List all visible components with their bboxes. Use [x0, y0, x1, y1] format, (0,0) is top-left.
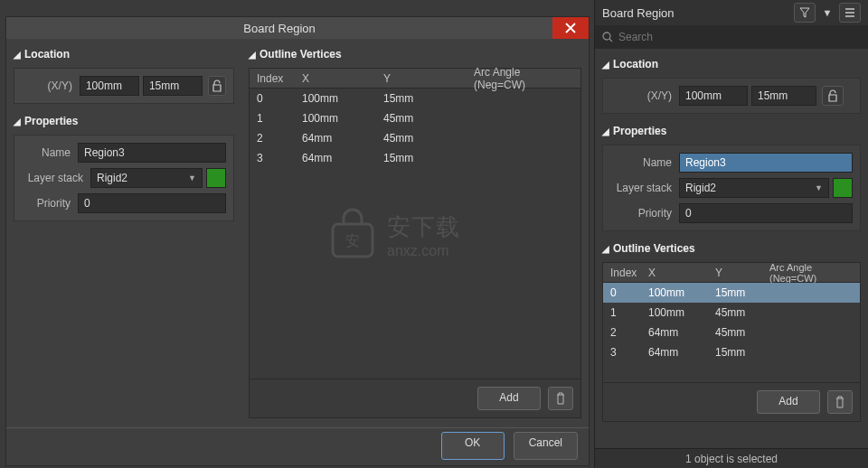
cell-index: 0 — [603, 286, 641, 299]
panel-delete-vertex-button[interactable] — [827, 390, 853, 414]
panel-body: ◢ Location (X/Y) ◢ Properties Name L — [595, 49, 868, 448]
cell-y: 15mm — [376, 152, 467, 164]
panel-name-input[interactable] — [679, 153, 853, 173]
dialog-area: Board Region ◢ Location (X/Y) — [0, 0, 594, 468]
table-row[interactable]: 264mm45mm — [603, 323, 860, 342]
col-arc[interactable]: Arc Angle (Neg=CW) — [467, 66, 580, 91]
table-header-row: Index X Y Arc Angle (Neg=CW) — [250, 69, 580, 89]
panel-menu-button[interactable] — [839, 3, 861, 23]
menu-icon — [844, 7, 855, 18]
panel-priority-input[interactable] — [679, 203, 853, 223]
collapse-icon: ◢ — [14, 50, 21, 60]
unlock-icon — [827, 89, 838, 102]
panel-caret[interactable]: ▼ — [821, 3, 834, 23]
cell-x: 64mm — [641, 326, 708, 339]
panel-lock-button[interactable] — [822, 86, 844, 106]
cell-y: 15mm — [376, 92, 467, 105]
panel-location-header[interactable]: ◢ Location — [602, 58, 861, 70]
panel-table-body: 0100mm15mm1100mm45mm264mm45mm364mm15mm — [603, 283, 860, 362]
search-input[interactable] — [618, 31, 861, 43]
cell-x: 100mm — [641, 306, 708, 319]
properties-panel: Board Region ▼ ◢ Location (X/Y) — [594, 0, 868, 468]
layer-stack-value: Rigid2 — [97, 172, 127, 184]
table-row[interactable]: 1100mm45mm — [603, 303, 860, 323]
panel-col-index[interactable]: Index — [603, 267, 641, 279]
panel-col-y[interactable]: Y — [708, 267, 762, 279]
location-header[interactable]: ◢ Location — [14, 48, 234, 61]
cell-index: 1 — [603, 306, 641, 319]
add-vertex-button[interactable]: Add — [477, 387, 541, 410]
dialog-left-column: ◢ Location (X/Y) ◢ Properties — [6, 39, 241, 427]
dialog-titlebar: Board Region — [6, 17, 589, 39]
collapse-icon: ◢ — [602, 244, 609, 254]
panel-outline-header[interactable]: ◢ Outline Vertices — [602, 242, 861, 255]
cell-x: 64mm — [295, 152, 376, 164]
table-row[interactable]: 364mm15mm — [603, 342, 860, 362]
col-x[interactable]: X — [295, 72, 376, 85]
panel-col-arc[interactable]: Arc Angle (Neg=CW) — [762, 262, 860, 284]
table-footer: Add — [250, 379, 580, 417]
panel-outline-header-text: Outline Vertices — [613, 242, 695, 255]
y-input[interactable] — [143, 76, 203, 96]
table-row[interactable]: 1100mm45mm — [250, 108, 580, 128]
table-row[interactable]: 0100mm15mm — [250, 89, 580, 108]
panel-col-x[interactable]: X — [641, 267, 708, 279]
xy-label: (X/Y) — [22, 80, 80, 92]
name-input[interactable] — [78, 143, 226, 163]
collapse-icon: ◢ — [602, 60, 609, 70]
ok-button[interactable]: OK — [441, 432, 505, 460]
layer-stack-label: Layer stack — [22, 172, 90, 184]
panel-table-header-row: Index X Y Arc Angle (Neg=CW) — [603, 263, 860, 283]
funnel-icon — [799, 7, 810, 18]
cell-y: 45mm — [376, 112, 467, 125]
search-row — [595, 25, 868, 49]
lock-button[interactable] — [208, 76, 226, 96]
location-header-text: Location — [24, 48, 70, 61]
panel-properties-header-text: Properties — [613, 125, 666, 137]
delete-vertex-button[interactable] — [548, 387, 573, 410]
table-row[interactable]: 364mm15mm — [250, 148, 580, 168]
cell-x: 64mm — [641, 346, 708, 359]
col-y[interactable]: Y — [376, 72, 467, 85]
panel-layer-color-swatch[interactable] — [833, 178, 853, 198]
panel-layer-stack-value: Rigid2 — [685, 182, 716, 194]
outline-header[interactable]: ◢ Outline Vertices — [249, 48, 581, 61]
dialog-actions: OK Cancel — [6, 427, 589, 460]
panel-priority-label: Priority — [610, 207, 679, 220]
panel-title: Board Region — [602, 6, 788, 20]
properties-header[interactable]: ◢ Properties — [14, 115, 234, 127]
close-button[interactable] — [552, 17, 589, 39]
table-row[interactable]: 0100mm15mm — [603, 283, 860, 303]
layer-stack-dropdown[interactable]: Rigid2 ▼ — [90, 168, 203, 188]
collapse-icon: ◢ — [14, 117, 21, 126]
close-icon — [565, 23, 576, 33]
unlock-icon — [212, 80, 222, 92]
cell-x: 64mm — [295, 132, 376, 145]
cell-y: 15mm — [708, 286, 762, 299]
chevron-down-icon: ▼ — [815, 183, 823, 192]
panel-name-label: Name — [610, 156, 679, 169]
panel-xy-label: (X/Y) — [610, 89, 679, 102]
panel-properties-header[interactable]: ◢ Properties — [602, 125, 861, 137]
panel-add-vertex-button[interactable]: Add — [757, 390, 820, 414]
name-label: Name — [22, 146, 78, 159]
collapse-icon: ◢ — [602, 126, 609, 136]
chevron-down-icon: ▼ — [188, 173, 196, 183]
cancel-button[interactable]: Cancel — [514, 432, 578, 460]
priority-input[interactable] — [78, 193, 226, 213]
cell-y: 45mm — [376, 132, 467, 145]
cell-index: 2 — [250, 132, 295, 145]
panel-outline-table: Index X Y Arc Angle (Neg=CW) 0100mm15mm1… — [602, 262, 861, 422]
panel-x-input[interactable] — [679, 86, 748, 106]
panel-y-input[interactable] — [751, 86, 816, 106]
panel-table-footer: Add — [603, 382, 860, 421]
table-row[interactable]: 264mm45mm — [250, 128, 580, 148]
x-input[interactable] — [80, 76, 139, 96]
col-index[interactable]: Index — [250, 72, 295, 85]
panel-layer-stack-dropdown[interactable]: Rigid2 ▼ — [679, 178, 829, 198]
filter-button[interactable] — [794, 3, 816, 23]
layer-color-swatch[interactable] — [206, 168, 226, 188]
trash-icon — [555, 392, 566, 405]
cell-index: 1 — [250, 112, 295, 125]
dialog-title: Board Region — [6, 22, 552, 35]
